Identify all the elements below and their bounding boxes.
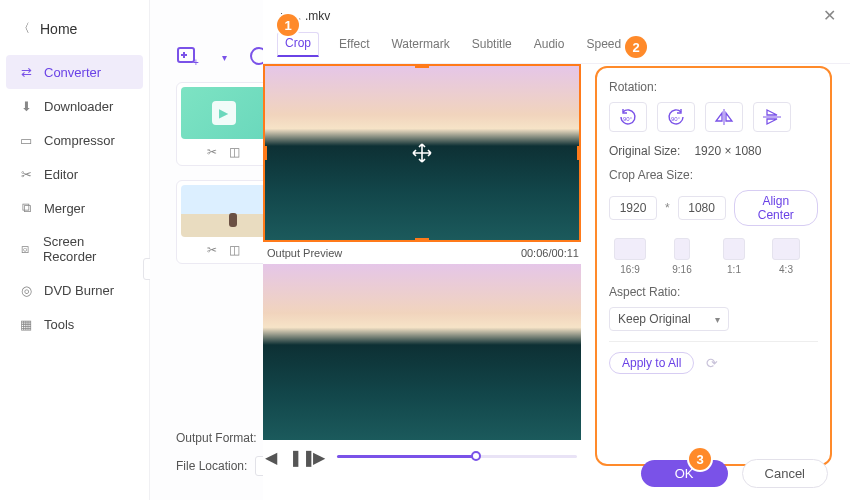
next-frame-icon[interactable]: ▶: [313, 448, 329, 464]
crop-handle-left[interactable]: [263, 146, 267, 160]
tab-speed[interactable]: Speed: [584, 33, 623, 57]
sidebar-item-label: Compressor: [44, 133, 115, 148]
sidebar-item-label: Editor: [44, 167, 78, 182]
home-label: Home: [40, 21, 77, 37]
rotate-ccw-icon[interactable]: 90°: [657, 102, 695, 132]
sidebar-item-label: Tools: [44, 317, 74, 332]
add-video-icon[interactable]: +: [176, 46, 200, 68]
crop-handle-right[interactable]: [577, 146, 581, 160]
svg-text:90°: 90°: [623, 116, 633, 122]
ratio-1-1[interactable]: 1:1: [713, 238, 755, 275]
clip-list: ▶ ✂ ◫ ✂ ◫: [176, 82, 271, 278]
crop-height-input[interactable]: 1080: [678, 196, 726, 220]
tab-audio[interactable]: Audio: [532, 33, 567, 57]
align-center-button[interactable]: Align Center: [734, 190, 818, 226]
crop-area-label: Crop Area Size:: [609, 168, 818, 182]
sidebar-item-label: Screen Recorder: [43, 234, 135, 264]
prev-frame-icon[interactable]: ◀: [265, 448, 281, 464]
editor-tabs: Crop Effect Watermark Subtitle Audio Spe…: [263, 27, 850, 64]
sidebar-item-merger[interactable]: ⧉ Merger: [0, 191, 149, 225]
callout-1: 1: [277, 14, 299, 36]
output-format-label: Output Format:: [176, 431, 257, 445]
ratio-16-9[interactable]: 16:9: [609, 238, 651, 275]
original-size-value: 1920 × 1080: [694, 144, 761, 158]
sidebar-item-label: Converter: [44, 65, 101, 80]
crop-editor-modal: w… .mkv ✕ Crop Effect Watermark Subtitle…: [263, 0, 850, 500]
sidebar: 〈 Home ⇄ Converter ⬇ Downloader ▭ Compre…: [0, 0, 150, 500]
sidebar-item-downloader[interactable]: ⬇ Downloader: [0, 89, 149, 123]
sidebar-item-screen-recorder[interactable]: ⧇ Screen Recorder: [0, 225, 149, 273]
tab-subtitle[interactable]: Subtitle: [470, 33, 514, 57]
flip-horizontal-icon[interactable]: [705, 102, 743, 132]
crop-icon[interactable]: ◫: [229, 145, 240, 159]
pause-icon[interactable]: ❚❚: [289, 448, 305, 464]
seek-bar[interactable]: [337, 455, 577, 458]
aspect-ratio-select[interactable]: Keep Original ▾: [609, 307, 729, 331]
sidebar-item-label: Downloader: [44, 99, 113, 114]
rotation-label: Rotation:: [609, 80, 818, 94]
ok-button[interactable]: OK: [641, 460, 728, 487]
output-preview-label: Output Preview: [267, 247, 342, 259]
screen-recorder-icon: ⧇: [18, 241, 33, 257]
flip-vertical-icon[interactable]: [753, 102, 791, 132]
tab-effect[interactable]: Effect: [337, 33, 371, 57]
clip-thumbnail: ▶: [181, 87, 266, 139]
clip-item[interactable]: ✂ ◫: [176, 180, 271, 264]
scissors-icon[interactable]: ✂: [207, 243, 217, 257]
clip-thumbnail: [181, 185, 266, 237]
converter-icon: ⇄: [18, 64, 34, 80]
home-button[interactable]: 〈 Home: [0, 12, 149, 55]
crop-icon[interactable]: ◫: [229, 243, 240, 257]
sidebar-item-label: Merger: [44, 201, 85, 216]
dvd-burner-icon: ◎: [18, 282, 34, 298]
output-preview: [263, 264, 581, 440]
file-location-label: File Location:: [176, 459, 247, 473]
sidebar-item-converter[interactable]: ⇄ Converter: [6, 55, 143, 89]
transport-bar: ◀ ❚❚ ▶: [263, 440, 581, 466]
move-cross-icon[interactable]: [411, 142, 433, 164]
crop-settings-panel: Rotation: 90° 90° Original Size: 1920 × …: [595, 66, 832, 466]
multiply-sign: *: [665, 201, 670, 215]
chevron-down-icon: ▾: [715, 314, 720, 325]
editor-footer: OK Cancel: [641, 459, 828, 488]
sidebar-item-editor[interactable]: ✂ Editor: [0, 157, 149, 191]
tab-crop[interactable]: Crop: [277, 32, 319, 57]
compressor-icon: ▭: [18, 132, 34, 148]
merger-icon: ⧉: [18, 200, 34, 216]
apply-to-all-button[interactable]: Apply to All: [609, 352, 694, 374]
scissors-icon[interactable]: ✂: [207, 145, 217, 159]
chevron-left-icon: 〈: [18, 20, 30, 37]
downloader-icon: ⬇: [18, 98, 34, 114]
sidebar-item-label: DVD Burner: [44, 283, 114, 298]
callout-2: 2: [625, 36, 647, 58]
play-overlay-icon: ▶: [212, 101, 236, 125]
svg-text:+: +: [193, 57, 199, 68]
tab-watermark[interactable]: Watermark: [389, 33, 451, 57]
ratio-4-3[interactable]: 4:3: [765, 238, 807, 275]
svg-text:90°: 90°: [671, 116, 681, 122]
chevron-down-icon[interactable]: ▾: [222, 52, 227, 63]
crop-canvas[interactable]: [263, 64, 581, 242]
sidebar-item-compressor[interactable]: ▭ Compressor: [0, 123, 149, 157]
preview-column: Output Preview 00:06/00:11 ◀ ❚❚ ▶: [263, 64, 581, 466]
cancel-button[interactable]: Cancel: [742, 459, 828, 488]
ratio-9-16[interactable]: 9:16: [661, 238, 703, 275]
aspect-ratio-label: Aspect Ratio:: [609, 285, 818, 299]
reset-icon[interactable]: ⟳: [706, 355, 718, 371]
clip-item[interactable]: ▶ ✂ ◫: [176, 82, 271, 166]
rotate-cw-icon[interactable]: 90°: [609, 102, 647, 132]
callout-3: 3: [689, 448, 711, 470]
crop-width-input[interactable]: 1920: [609, 196, 657, 220]
timecode: 00:06/00:11: [521, 247, 579, 259]
tools-icon: ▦: [18, 316, 34, 332]
crop-handle-bottom[interactable]: [415, 238, 429, 242]
crop-handle-top[interactable]: [415, 64, 429, 68]
close-icon[interactable]: ✕: [823, 6, 836, 25]
sidebar-item-tools[interactable]: ▦ Tools: [0, 307, 149, 341]
top-action-icons: + ▾ +: [176, 46, 273, 68]
sidebar-item-dvd-burner[interactable]: ◎ DVD Burner: [0, 273, 149, 307]
editor-icon: ✂: [18, 166, 34, 182]
original-size-label: Original Size:: [609, 144, 680, 158]
